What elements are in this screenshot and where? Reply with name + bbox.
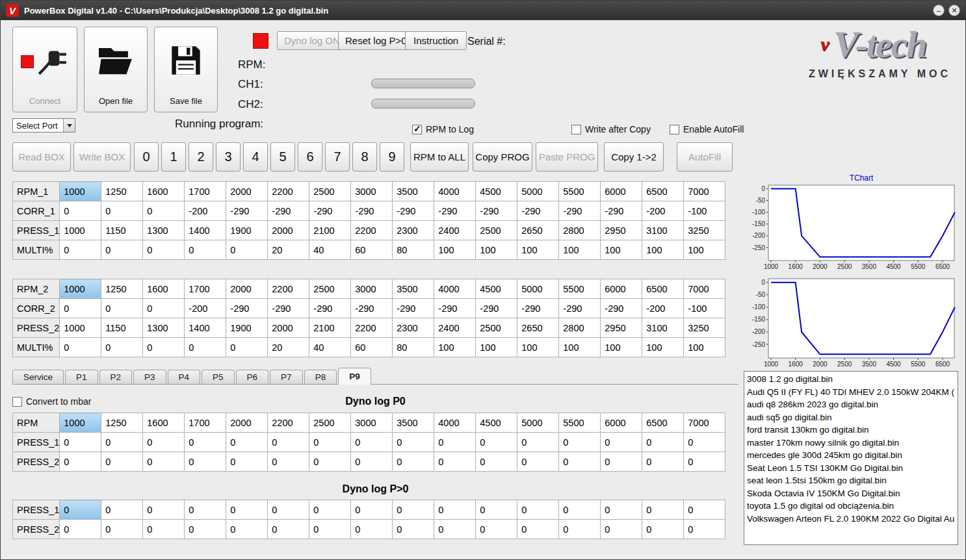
grid-cell[interactable]: -200 [185, 299, 226, 318]
grid-cell[interactable]: 100 [559, 240, 601, 260]
digit-button-6[interactable]: 6 [298, 142, 322, 172]
grid-cell[interactable]: 1400 [185, 318, 226, 338]
grid-cell[interactable]: 0 [684, 452, 725, 472]
grid-cell[interactable]: 2500 [476, 318, 517, 338]
grid-cell[interactable]: 1300 [143, 318, 185, 338]
grid-cell[interactable]: 0 [60, 299, 101, 318]
grid-cell[interactable]: 0 [601, 452, 642, 472]
grid-cell[interactable]: 0 [309, 520, 351, 539]
grid-cell[interactable]: 0 [517, 433, 559, 452]
grid-cell[interactable]: 1250 [101, 182, 143, 201]
grid-cell[interactable]: 0 [434, 520, 476, 539]
grid-cell[interactable]: 1700 [185, 413, 226, 433]
grid-cell[interactable]: 2200 [268, 413, 309, 433]
write-after-copy-checkbox[interactable]: Write after Copy [571, 124, 651, 134]
grid-cell[interactable]: -290 [517, 201, 559, 221]
grid-cell[interactable]: 1000 [60, 279, 101, 299]
grid-cell[interactable]: 7000 [684, 182, 725, 201]
grid-cell[interactable]: 0 [101, 338, 143, 357]
grid-cell[interactable]: -290 [559, 299, 601, 318]
grid-cell[interactable]: -290 [393, 299, 434, 318]
grid-cell[interactable]: 0 [517, 452, 559, 472]
grid-cell[interactable]: 0 [601, 520, 642, 539]
grid-cell[interactable]: -290 [434, 201, 476, 221]
grid-cell[interactable]: 4500 [476, 182, 517, 201]
grid-cell[interactable]: -290 [601, 201, 642, 221]
digit-button-4[interactable]: 4 [243, 142, 268, 172]
grid-cell[interactable]: 1000 [60, 413, 101, 433]
file-list-item[interactable]: 3008 1.2 go digital.bin [747, 373, 955, 386]
grid-cell[interactable]: 0 [143, 240, 185, 260]
grid-cell[interactable]: -290 [309, 201, 351, 221]
grid-cell[interactable]: 0 [226, 452, 268, 472]
grid-cell[interactable]: 6000 [601, 182, 642, 201]
close-button[interactable]: ✕ [948, 5, 960, 16]
grid-cell[interactable]: 1150 [101, 318, 143, 338]
grid-cell[interactable]: 3250 [684, 318, 725, 338]
grid-cell[interactable]: 1000 [60, 182, 101, 201]
grid-cell[interactable]: 0 [101, 433, 143, 452]
grid-cell[interactable]: -100 [684, 201, 725, 221]
tab-p5[interactable]: P5 [202, 370, 235, 384]
grid-cell[interactable]: -290 [393, 201, 434, 221]
grid-cell[interactable]: 0 [476, 452, 517, 472]
grid-cell[interactable]: 5000 [517, 182, 559, 201]
grid-cell[interactable]: -290 [517, 299, 559, 318]
grid-cell[interactable]: 0 [101, 520, 143, 539]
grid-cell[interactable]: 2100 [309, 318, 351, 338]
file-list-item[interactable]: audi q8 286km 2023 go digital.bin [747, 398, 955, 411]
grid-cell[interactable]: 0 [143, 299, 185, 318]
file-list-item[interactable]: Volkswagen Arteon FL 2.0 190KM 2022 Go D… [747, 513, 955, 526]
grid-cell[interactable]: -290 [351, 201, 393, 221]
grid-cell[interactable]: 3100 [642, 221, 684, 240]
grid-cell[interactable]: 0 [476, 500, 517, 520]
digit-button-2[interactable]: 2 [189, 142, 213, 172]
grid-cell[interactable]: -290 [226, 299, 268, 318]
grid-cell[interactable]: 2100 [309, 221, 351, 240]
grid-cell[interactable]: 2000 [268, 221, 309, 240]
grid-cell[interactable]: -200 [642, 201, 684, 221]
grid-cell[interactable]: 1600 [143, 279, 185, 299]
grid-cell[interactable]: -290 [226, 201, 268, 221]
grid-cell[interactable]: 100 [642, 240, 684, 260]
grid-cell[interactable]: 20 [268, 338, 309, 357]
grid-cell[interactable]: 0 [60, 338, 101, 357]
grid-cell[interactable]: 60 [351, 338, 393, 357]
dropdown-arrow-icon[interactable] [63, 119, 75, 132]
grid-cell[interactable]: -290 [601, 299, 642, 318]
grid-cell[interactable]: 0 [226, 338, 268, 357]
grid-cell[interactable]: 4500 [476, 279, 517, 299]
tab-p9[interactable]: P9 [338, 368, 371, 385]
digit-button-0[interactable]: 0 [134, 142, 159, 172]
grid-cell[interactable]: 0 [393, 452, 434, 472]
grid-cell[interactable]: 2300 [393, 318, 434, 338]
grid-cell[interactable]: 0 [393, 520, 434, 539]
grid-cell[interactable]: 100 [434, 338, 476, 357]
rpm-to-log-checkbox[interactable]: RPM to Log [412, 124, 474, 134]
grid-cell[interactable]: 1150 [101, 221, 143, 240]
grid-cell[interactable]: 6500 [642, 279, 684, 299]
grid-cell[interactable]: 2200 [268, 279, 309, 299]
grid-cell[interactable]: 7000 [684, 279, 725, 299]
minimize-button[interactable]: – [933, 5, 945, 16]
tab-p1[interactable]: P1 [65, 370, 98, 384]
grid-cell[interactable]: -290 [476, 201, 517, 221]
tab-p6[interactable]: P6 [236, 370, 269, 384]
grid-cell[interactable]: 5500 [559, 279, 601, 299]
grid-cell[interactable]: 6000 [601, 279, 642, 299]
tab-service[interactable]: Service [12, 370, 64, 384]
grid-cell[interactable]: 0 [559, 433, 601, 452]
grid-cell[interactable]: 0 [351, 520, 393, 539]
grid-cell[interactable]: 6500 [642, 182, 684, 201]
tab-p7[interactable]: P7 [270, 370, 303, 384]
grid-cell[interactable]: 0 [101, 452, 143, 472]
file-list-item[interactable]: master 170km nowy silnik go digital.bin [747, 437, 955, 450]
grid-cell[interactable]: 0 [684, 433, 725, 452]
grid-cell[interactable]: 4000 [434, 182, 476, 201]
grid-cell[interactable]: 1600 [143, 182, 185, 201]
grid-cell[interactable]: 0 [642, 433, 684, 452]
grid-cell[interactable]: 3500 [393, 413, 434, 433]
file-list-item[interactable]: mercedes gle 300d 245km go digital.bin [747, 449, 955, 462]
read-box-button[interactable]: Read BOX [12, 142, 71, 172]
grid-cell[interactable]: 0 [60, 452, 101, 472]
